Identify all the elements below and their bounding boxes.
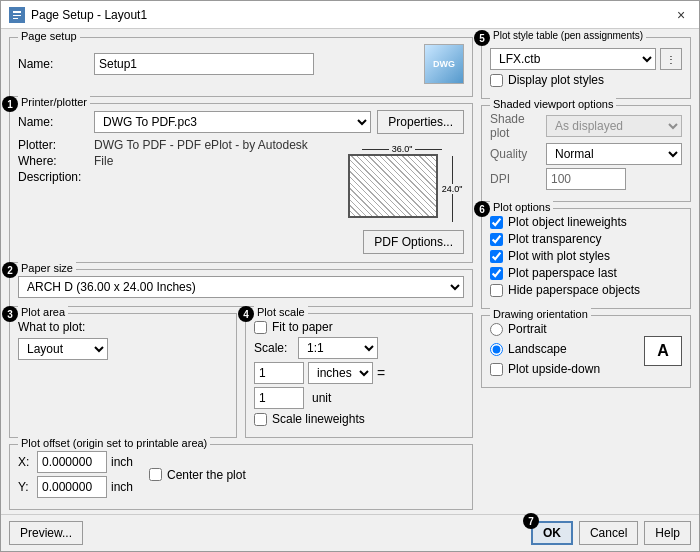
svg-rect-1 [13,11,21,13]
shade-plot-row: Shade plot As displayed [490,112,682,140]
paper-size-select[interactable]: ARCH D (36.00 x 24.00 Inches) [18,276,464,298]
plot-object-lineweights-label: Plot object lineweights [508,215,627,229]
ctb-edit-button[interactable]: ⋮ [660,48,682,70]
what-to-plot-row: What to plot: [18,320,228,334]
page-setup-label: Page setup [18,30,80,42]
plot-offset-label: Plot offset (origin set to printable are… [18,437,210,449]
scale-select[interactable]: 1:1 [298,337,378,359]
properties-button[interactable]: Properties... [377,110,464,134]
scale-input-2[interactable] [254,387,304,409]
section-num-4: 4 [238,306,254,322]
section-num-1: 1 [2,96,18,112]
plot-paperspace-last-checkbox[interactable] [490,267,503,280]
printer-group: Printer/plotter 1 Name: DWG To PDF.pc3 P… [9,103,473,263]
dpi-row: DPI [490,168,682,190]
page-setup-window: Page Setup - Layout1 × Page setup Name: … [0,0,700,552]
page-setup-name-input[interactable] [94,53,314,75]
quality-row: Quality Normal [490,143,682,165]
orientation-options: Portrait Landscape Plot upside-down [490,322,600,379]
hide-paperspace-row: Hide paperspace objects [490,283,682,297]
plot-with-styles-checkbox[interactable] [490,250,503,263]
landscape-radio[interactable] [490,343,503,356]
left-panel: Page setup Name: DWG Printer/plotter 1 N… [9,37,473,506]
plot-object-lineweights-checkbox[interactable] [490,216,503,229]
shade-plot-label: Shade plot [490,112,540,140]
center-plot-label: Center the plot [167,468,246,482]
what-to-plot-select[interactable]: Layout [18,338,108,360]
hatch-pattern [350,156,436,216]
name-label: Name: [18,57,88,71]
printer-name-select[interactable]: DWG To PDF.pc3 [94,111,371,133]
plot-paperspace-last-label: Plot paperspace last [508,266,617,280]
preview-button[interactable]: Preview... [9,521,83,545]
main-content: Page setup Name: DWG Printer/plotter 1 N… [1,29,699,514]
cancel-button[interactable]: Cancel [579,521,638,545]
center-plot-checkbox[interactable] [149,468,162,481]
fit-to-paper-row: Fit to paper [254,320,464,334]
help-button[interactable]: Help [644,521,691,545]
fit-to-paper-checkbox[interactable] [254,321,267,334]
description-row: Description: [18,170,334,184]
shade-plot-select: As displayed [546,115,682,137]
close-button[interactable]: × [671,6,691,24]
scale-unit-row: unit [254,387,464,409]
where-label: Where: [18,154,88,168]
plot-style-table-group: Plot style table (pen assignments) 5 LFX… [481,37,691,99]
scale-lineweights-checkbox[interactable] [254,413,267,426]
page-setup-group: Page setup Name: DWG [9,37,473,97]
plot-area-label: Plot area [18,306,68,318]
plot-upside-down-row: Plot upside-down [490,362,600,376]
scale-lineweights-row: Scale lineweights [254,412,464,426]
landscape-row: Landscape [490,342,600,356]
plot-upside-down-label: Plot upside-down [508,362,600,376]
plot-options-label: Plot options [490,201,553,213]
plot-style-label: Plot style table (pen assignments) [490,30,646,41]
plot-transparency-checkbox[interactable] [490,233,503,246]
page-setup-name-row: Name: DWG [18,44,464,84]
scale-lineweights-label: Scale lineweights [272,412,365,426]
shaded-viewport-label: Shaded viewport options [490,98,616,110]
printer-name-label: Name: [18,115,88,129]
section-num-7: 7 [523,513,539,529]
scale-input-1[interactable] [254,362,304,384]
plot-upside-down-checkbox[interactable] [490,363,503,376]
section-num-2: 2 [2,262,18,278]
hide-paperspace-checkbox[interactable] [490,284,503,297]
quality-select[interactable]: Normal [546,143,682,165]
plot-with-styles-row: Plot with plot styles [490,249,682,263]
dpi-label: DPI [490,172,540,186]
plot-scale-group: Plot scale 4 Fit to paper Scale: 1:1 [245,313,473,438]
y-input[interactable] [37,476,107,498]
y-label: Y: [18,480,33,494]
scale-value-row: inches = [254,362,464,384]
right-panel: Plot style table (pen assignments) 5 LFX… [481,37,691,506]
where-value: File [94,154,113,168]
titlebar: Page Setup - Layout1 × [1,1,699,29]
paper-preview-area: 36.0" 24.0" [344,138,464,226]
portrait-label: Portrait [508,322,547,336]
pdf-options-button[interactable]: PDF Options... [363,230,464,254]
display-plot-styles-checkbox[interactable] [490,74,503,87]
display-plot-styles-label: Display plot styles [508,73,604,87]
offset-xy: X: inch Y: inch [18,451,133,501]
printer-label: Printer/plotter [18,96,90,108]
x-label: X: [18,455,33,469]
svg-rect-3 [13,18,18,19]
svg-rect-2 [13,15,21,16]
drawing-orientation-label: Drawing orientation [490,308,591,320]
unit-label: unit [312,391,331,405]
x-input[interactable] [37,451,107,473]
ctb-select[interactable]: LFX.ctb [490,48,656,70]
unit-select[interactable]: inches [308,362,373,384]
x-row: X: inch [18,451,133,473]
plot-with-styles-label: Plot with plot styles [508,249,610,263]
window-title: Page Setup - Layout1 [31,8,671,22]
section-num-3: 3 [2,306,18,322]
plotter-label: Plotter: [18,138,88,152]
portrait-radio[interactable] [490,323,503,336]
plotter-value: DWG To PDF - PDF ePlot - by Autodesk [94,138,308,152]
where-row: Where: File [18,154,334,168]
section-num-5: 5 [474,30,490,46]
section-num-6: 6 [474,201,490,217]
x-unit: inch [111,455,133,469]
